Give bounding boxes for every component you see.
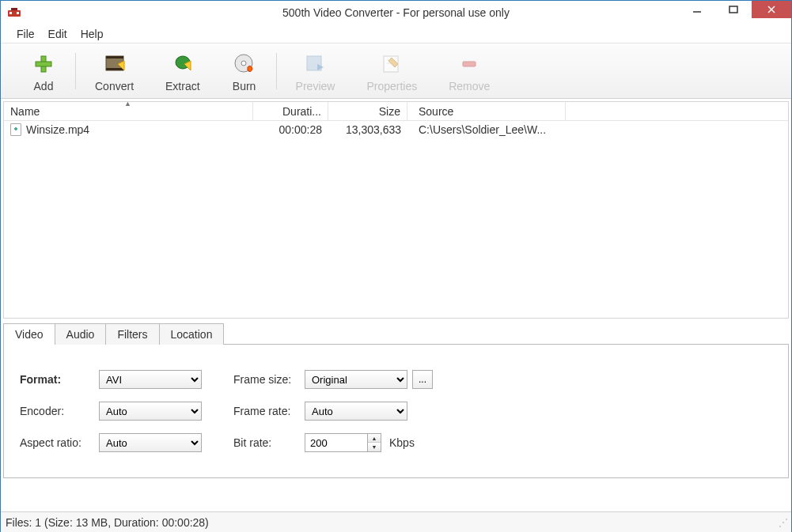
statusbar: Files: 1 (Size: 13 MB, Duration: 00:00:2… — [1, 511, 791, 532]
bitrate-down-button[interactable]: ▼ — [368, 443, 381, 451]
status-text: Files: 1 (Size: 13 MB, Duration: 00:00:2… — [6, 516, 209, 529]
minimize-button[interactable] — [679, 1, 715, 18]
sort-indicator-icon: ▲ — [124, 100, 131, 108]
svg-rect-1 — [9, 12, 12, 14]
menu-help[interactable]: Help — [74, 25, 110, 43]
column-duration[interactable]: Durati... — [253, 102, 328, 120]
properties-button[interactable]: Properties — [351, 48, 433, 94]
disc-icon — [232, 51, 257, 77]
burn-label: Burn — [233, 80, 256, 92]
file-list: ▲ Name Durati... Size Source Winsize.mp4… — [3, 101, 789, 319]
menubar: File Edit Help — [1, 25, 791, 43]
framerate-label: Frame rate: — [233, 405, 305, 417]
list-item[interactable]: Winsize.mp4 00:00:28 13,303,633 C:\Users… — [4, 121, 788, 138]
extract-button[interactable]: Extract — [150, 48, 216, 94]
add-label: Add — [34, 80, 54, 92]
file-source: C:\Users\Soldier_Lee\W... — [407, 121, 566, 138]
list-body[interactable]: Winsize.mp4 00:00:28 13,303,633 C:\Users… — [4, 121, 788, 318]
tab-filters[interactable]: Filters — [105, 323, 159, 345]
format-select[interactable]: AVI — [99, 370, 202, 389]
bitrate-label: Bit rate: — [233, 436, 305, 449]
convert-label: Convert — [95, 80, 134, 92]
film-icon — [102, 51, 127, 77]
minus-icon — [457, 51, 482, 77]
column-size[interactable]: Size — [328, 102, 407, 120]
aspect-label: Aspect ratio: — [20, 436, 99, 449]
file-size: 13,303,633 — [328, 121, 407, 138]
close-button[interactable] — [752, 1, 791, 18]
framesize-more-button[interactable]: ... — [412, 370, 433, 389]
resize-grip-icon[interactable]: ⋰ — [779, 517, 788, 528]
aspect-select[interactable]: Auto — [99, 433, 202, 452]
preview-button[interactable]: Preview — [280, 48, 351, 94]
leaf-icon — [170, 51, 195, 77]
svg-rect-24 — [463, 62, 476, 66]
bitrate-input[interactable] — [305, 433, 368, 452]
settings-tabs: Video Audio Filters Location Format: AVI… — [3, 323, 789, 478]
tab-audio[interactable]: Audio — [55, 323, 107, 345]
framesize-select[interactable]: Original — [305, 370, 407, 389]
remove-label: Remove — [449, 80, 490, 92]
properties-label: Properties — [366, 80, 417, 92]
toolbar: Add Convert Extract Burn Preview Propert… — [1, 43, 791, 99]
svg-rect-9 — [36, 62, 51, 66]
svg-rect-5 — [729, 6, 737, 13]
plus-icon — [31, 51, 56, 77]
maximize-button[interactable] — [715, 1, 752, 18]
tab-content-video: Format: AVI Frame size: Original ... Enc… — [3, 344, 789, 478]
window-title: 500th Video Converter - For personal use… — [282, 6, 510, 19]
bitrate-unit: Kbps — [389, 436, 415, 449]
separator — [276, 53, 277, 89]
file-duration: 00:00:28 — [253, 121, 328, 138]
burn-button[interactable]: Burn — [216, 48, 273, 94]
tab-location[interactable]: Location — [159, 323, 225, 345]
app-icon — [7, 6, 21, 20]
preview-icon — [303, 51, 328, 77]
add-button[interactable]: Add — [15, 48, 72, 94]
svg-point-17 — [241, 61, 246, 66]
bitrate-up-button[interactable]: ▲ — [368, 434, 381, 443]
framesize-label: Frame size: — [233, 373, 305, 386]
svg-rect-2 — [17, 12, 19, 14]
encoder-label: Encoder: — [20, 405, 99, 417]
titlebar: 500th Video Converter - For personal use… — [1, 1, 791, 25]
pencil-icon — [379, 51, 404, 77]
separator — [75, 53, 76, 89]
column-empty — [566, 102, 788, 120]
svg-rect-3 — [11, 8, 17, 10]
remove-button[interactable]: Remove — [433, 48, 506, 94]
menu-edit[interactable]: Edit — [42, 25, 74, 43]
column-source[interactable]: Source — [407, 102, 566, 120]
menu-file[interactable]: File — [10, 25, 41, 43]
format-label: Format: — [20, 373, 99, 386]
svg-rect-12 — [106, 68, 123, 70]
encoder-select[interactable]: Auto — [99, 402, 202, 421]
convert-button[interactable]: Convert — [79, 48, 150, 94]
preview-label: Preview — [296, 80, 335, 92]
tab-video[interactable]: Video — [3, 323, 55, 345]
list-header: ▲ Name Durati... Size Source — [4, 102, 788, 121]
video-file-icon — [10, 123, 21, 136]
framerate-select[interactable]: Auto — [305, 402, 407, 421]
svg-rect-11 — [106, 56, 123, 58]
extract-label: Extract — [165, 80, 200, 92]
file-name: Winsize.mp4 — [26, 123, 89, 136]
